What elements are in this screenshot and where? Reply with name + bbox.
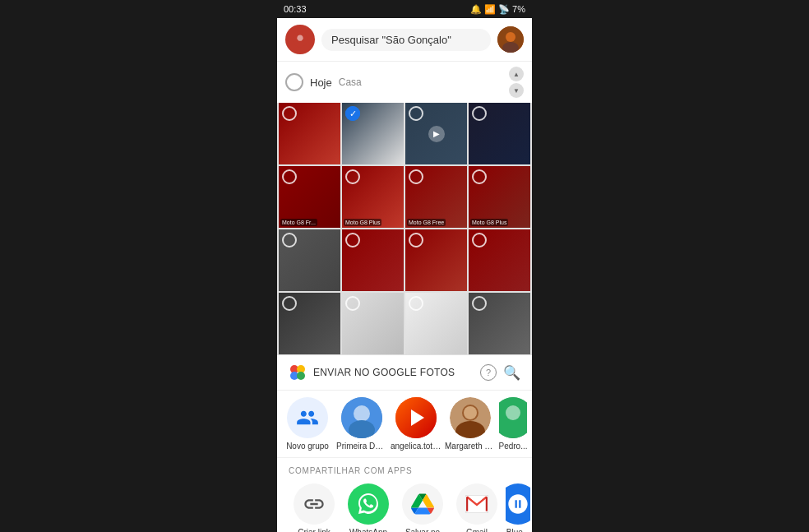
photo-cell[interactable]	[405, 293, 467, 354]
app-icon-avatar	[285, 25, 315, 54]
wifi-icon: 📡	[498, 4, 510, 15]
search-bar: Pesquisar "São Gonçalo"	[277, 18, 532, 62]
svg-point-8	[354, 405, 370, 422]
app-item-whatsapp[interactable]: WhatsApp	[343, 483, 394, 532]
scroll-up-btn[interactable]: ▲	[509, 67, 524, 81]
app-name: Gmail	[466, 528, 488, 532]
gmail-icon	[456, 483, 497, 525]
app-name: Blue...	[506, 528, 529, 532]
app-name: Salvar no Drive	[397, 528, 448, 532]
photo-cell[interactable]	[405, 229, 467, 291]
profile-picture[interactable]	[497, 26, 524, 53]
app-item-blue[interactable]: Blue...	[506, 483, 530, 532]
select-circle	[472, 169, 487, 184]
contact-name: Pedro...	[499, 442, 527, 451]
whatsapp-icon	[348, 483, 389, 525]
contacts-row: Novo grupo Primeira Dama ...	[277, 391, 532, 458]
photo-cell[interactable]: Moto G8 Plus	[469, 166, 530, 228]
share-label: COMPARTILHAR COM APPS	[289, 466, 520, 475]
photo-label: Moto G8 Fr...	[280, 219, 317, 226]
status-time: 00:33	[284, 4, 307, 14]
photo-cell[interactable]	[342, 293, 404, 354]
select-circle	[409, 296, 423, 311]
contact-avatar	[395, 397, 437, 438]
photo-label: Moto G8 Plus	[344, 219, 381, 226]
selected-check: ✓	[345, 106, 360, 121]
contact-avatar	[450, 397, 491, 438]
date-label: Hoje	[310, 76, 332, 89]
select-circle	[409, 169, 423, 184]
phone-screen: 00:33 🔔 📶 📡 7% Pesquisar "São Gonçalo"	[277, 0, 532, 532]
photo-cell[interactable]: ✓	[342, 103, 404, 164]
select-circle	[409, 106, 423, 121]
app-item-criar-link[interactable]: Criar link	[289, 483, 340, 532]
select-circle	[472, 233, 487, 247]
bottom-sheet: ENVIAR NO GOOGLE FOTOS ? 🔍 Novo grupo	[277, 354, 532, 532]
contact-avatar	[499, 397, 527, 438]
google-photos-label: ENVIAR NO GOOGLE FOTOS	[313, 367, 474, 378]
photo-cell[interactable]: Moto G8 Plus	[342, 166, 404, 228]
photo-cell[interactable]	[279, 103, 340, 164]
svg-point-1	[506, 32, 515, 42]
search-text: Pesquisar "São Gonçalo"	[331, 34, 451, 46]
contact-item[interactable]: Primeira Dama ...	[336, 397, 387, 451]
photo-label: Moto G8 Plus	[470, 219, 508, 226]
contact-item[interactable]: Margareth Coi...	[445, 397, 496, 451]
contact-name: Primeira Dama ...	[336, 442, 387, 451]
group-avatar	[287, 397, 328, 438]
photo-cell[interactable]	[469, 103, 530, 164]
google-photos-icon	[289, 363, 307, 382]
photo-cell[interactable]	[469, 293, 530, 354]
select-circle	[409, 233, 423, 247]
contact-name: Margareth Coi...	[445, 442, 496, 451]
select-circle	[472, 296, 487, 311]
svg-point-16	[506, 405, 520, 420]
photo-cell[interactable]	[342, 229, 404, 291]
photo-cell[interactable]	[279, 229, 340, 291]
select-circle	[282, 233, 297, 247]
contact-item[interactable]: angelica.totalsi...	[391, 397, 441, 451]
app-name: Criar link	[298, 528, 330, 532]
scroll-controls: ▲ ▼	[509, 67, 524, 98]
help-icon: ?	[486, 368, 491, 377]
photo-cell[interactable]: ▶	[405, 103, 467, 164]
drive-icon	[402, 483, 443, 525]
select-circle	[282, 169, 297, 184]
photo-cell[interactable]: Moto G8 Free	[405, 166, 467, 228]
share-section: COMPARTILHAR COM APPS Criar link	[277, 458, 532, 532]
app-item-drive[interactable]: Salvar no Drive	[397, 483, 448, 532]
blue-app-icon	[506, 483, 530, 525]
select-circle	[345, 233, 360, 247]
app-item-gmail[interactable]: Gmail	[451, 483, 502, 532]
photo-cell[interactable]	[279, 293, 340, 354]
search-input[interactable]: Pesquisar "São Gonçalo"	[321, 29, 491, 51]
photo-cell[interactable]	[469, 229, 530, 291]
status-left: 00:33	[284, 4, 307, 14]
contact-item[interactable]: Novo grupo	[282, 397, 333, 451]
svg-marker-10	[411, 409, 424, 426]
status-bar: 00:33 🔔 📶 📡 7%	[277, 0, 532, 18]
help-button[interactable]: ?	[480, 364, 497, 381]
signal-icon: 📶	[484, 4, 496, 15]
date-sub: Casa	[339, 76, 362, 88]
select-circle	[345, 296, 360, 311]
search-icon[interactable]: 🔍	[503, 364, 520, 382]
app-name: WhatsApp	[349, 528, 387, 532]
select-circle	[472, 106, 487, 121]
apps-row: Criar link WhatsApp	[289, 483, 520, 532]
photo-label: Moto G8 Free	[407, 219, 446, 226]
play-icon: ▶	[428, 126, 445, 142]
battery-text: 7%	[512, 4, 525, 14]
svg-point-14	[464, 406, 477, 419]
contact-avatar	[341, 397, 382, 438]
select-circle	[282, 296, 297, 311]
select-circle	[345, 169, 360, 184]
photo-cell[interactable]: Moto G8 Fr...	[279, 166, 340, 228]
select-circle	[282, 106, 297, 121]
date-circle	[285, 73, 303, 91]
photo-grid: ✓ ▶ Moto G8 Fr... Moto G8 Plus Moto G8 F…	[277, 103, 532, 354]
contact-name: Novo grupo	[286, 442, 329, 451]
contact-item[interactable]: Pedro...	[499, 397, 527, 451]
scroll-down-btn[interactable]: ▼	[509, 83, 524, 98]
link-icon	[294, 483, 335, 525]
